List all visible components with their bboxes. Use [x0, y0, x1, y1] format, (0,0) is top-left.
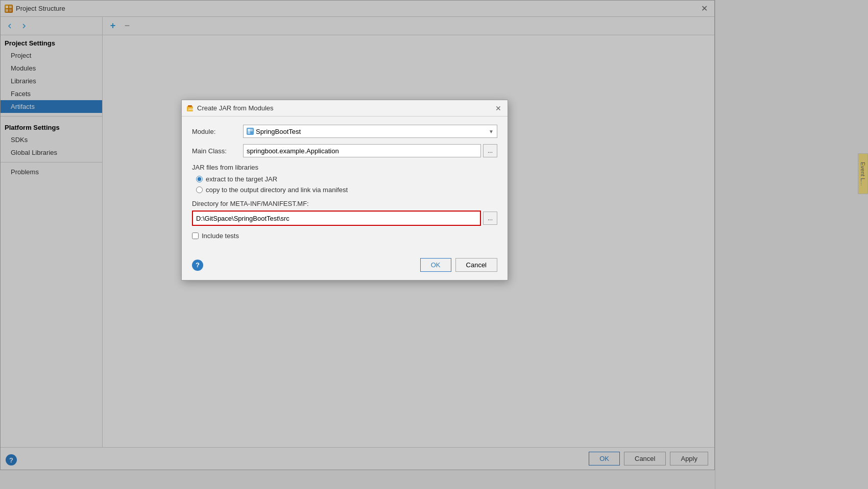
footer-buttons: OK Cancel: [420, 258, 497, 272]
module-row: Module: SpringBootTest: [192, 125, 497, 138]
dialog-help-button[interactable]: ?: [192, 260, 203, 271]
radio-group: extract to the target JAR copy to the ou…: [196, 175, 497, 194]
dialog-close-button[interactable]: ✕: [493, 103, 503, 113]
module-select-inner: SpringBootTest: [247, 128, 301, 135]
svg-rect-8: [250, 129, 253, 131]
radio-extract-row: extract to the target JAR: [196, 175, 497, 183]
main-class-input[interactable]: [243, 144, 481, 157]
dialog-body: Module: SpringBootTest: [182, 117, 508, 254]
directory-section: Directory for META-INF/MANIFEST.MF: ...: [192, 200, 497, 226]
include-tests-label[interactable]: Include tests: [202, 232, 239, 240]
svg-text:JAR: JAR: [188, 108, 193, 111]
directory-input[interactable]: [192, 211, 481, 226]
module-value: SpringBootTest: [256, 128, 301, 135]
dialog-help-icon: ?: [196, 261, 200, 269]
svg-rect-7: [248, 129, 250, 131]
module-select[interactable]: SpringBootTest ▼: [243, 125, 497, 138]
include-tests-checkbox[interactable]: [192, 232, 199, 239]
dialog-cancel-button[interactable]: Cancel: [455, 258, 497, 272]
module-dropdown-icon: ▼: [489, 129, 494, 134]
dialog-ok-button[interactable]: OK: [420, 258, 451, 272]
module-control-wrap: SpringBootTest ▼: [243, 125, 497, 138]
module-label: Module:: [192, 128, 243, 135]
radio-copy[interactable]: [196, 187, 203, 193]
svg-rect-5: [188, 105, 192, 107]
svg-rect-9: [248, 131, 250, 134]
module-icon: [247, 128, 254, 135]
radio-copy-label[interactable]: copy to the output directory and link vi…: [206, 186, 348, 194]
dialog-title-bar: JAR Create JAR from Modules ✕: [182, 100, 508, 117]
directory-label: Directory for META-INF/MANIFEST.MF:: [192, 200, 497, 207]
directory-browse-button[interactable]: ...: [483, 212, 497, 225]
modal-overlay: JAR Create JAR from Modules ✕ Module:: [0, 0, 868, 489]
main-class-browse-button[interactable]: ...: [483, 144, 497, 157]
directory-input-row: ...: [192, 211, 497, 226]
main-class-row: Main Class: ...: [192, 144, 497, 157]
radio-extract-label[interactable]: extract to the target JAR: [206, 175, 277, 183]
dialog-title-text: Create JAR from Modules: [197, 104, 274, 112]
radio-extract[interactable]: [196, 176, 203, 182]
create-jar-dialog: JAR Create JAR from Modules ✕ Module:: [181, 100, 508, 281]
dialog-footer: ? OK Cancel: [182, 254, 508, 280]
main-class-control-wrap: ...: [243, 144, 497, 157]
dialog-jar-icon: JAR: [186, 104, 194, 112]
dialog-title-left: JAR Create JAR from Modules: [186, 104, 274, 112]
jar-files-label: JAR files from libraries: [192, 164, 497, 171]
main-class-label: Main Class:: [192, 147, 243, 155]
include-tests-row: Include tests: [192, 232, 497, 240]
radio-copy-row: copy to the output directory and link vi…: [196, 186, 497, 194]
